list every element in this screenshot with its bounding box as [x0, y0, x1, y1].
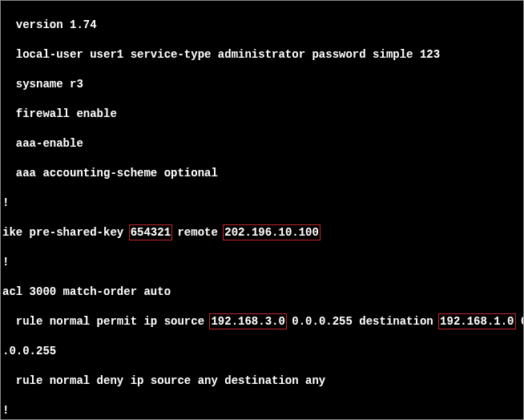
- text: 0.0.0.255 destination: [285, 314, 440, 329]
- text: rule normal deny ip source any destinati…: [2, 374, 325, 389]
- text: .0.0.255: [2, 344, 56, 359]
- config-line: !: [2, 255, 523, 270]
- text: local-user user1 service-type administra…: [2, 47, 440, 63]
- text: 0: [514, 314, 524, 329]
- highlight-psk: 654321: [129, 224, 172, 241]
- text: sysname r3: [2, 77, 83, 92]
- config-line: aaa-enable: [2, 136, 523, 151]
- text: version 1.74: [2, 18, 97, 33]
- text: remote: [171, 225, 224, 240]
- text: aaa accounting-scheme optional: [2, 166, 218, 181]
- text: acl 3000 match-order auto: [2, 285, 171, 300]
- text: !: [2, 196, 9, 211]
- config-line: .0.0.255: [2, 344, 523, 359]
- text: ike pre-shared-key: [2, 225, 131, 240]
- highlight-remote-ip: 202.196.10.100: [223, 224, 320, 241]
- config-line: acl 3000 match-order auto: [2, 285, 523, 300]
- text: aaa-enable: [2, 136, 83, 151]
- config-line: version 1.74: [2, 18, 523, 33]
- config-line: !: [2, 403, 523, 418]
- highlight-dst-net: 192.168.1.0: [438, 313, 515, 330]
- text: !: [2, 255, 9, 270]
- text: rule normal permit ip source: [2, 314, 211, 329]
- config-line: ike pre-shared-key 654321 remote 202.196…: [2, 225, 523, 240]
- text: firewall enable: [2, 107, 117, 122]
- highlight-src-net: 192.168.3.0: [209, 313, 286, 330]
- config-line: firewall enable: [2, 107, 523, 122]
- config-line: sysname r3: [2, 77, 523, 92]
- text: !: [2, 403, 9, 418]
- config-line: rule normal permit ip source 192.168.3.0…: [2, 314, 523, 329]
- config-line: local-user user1 service-type administra…: [2, 47, 523, 63]
- config-line: rule normal deny ip source any destinati…: [2, 374, 523, 389]
- config-line: !: [2, 196, 523, 211]
- terminal-output: version 1.74 local-user user1 service-ty…: [1, 1, 523, 420]
- config-line: aaa accounting-scheme optional: [2, 166, 523, 181]
